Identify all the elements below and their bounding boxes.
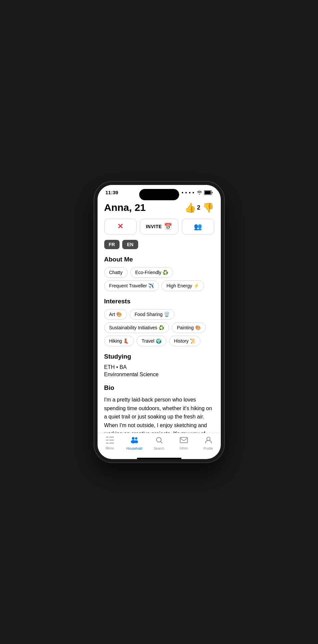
inbox-icon	[180, 437, 188, 445]
close-button[interactable]: ✕	[104, 219, 137, 235]
tag-eco-friendly: Eco-Friendly ♻️	[130, 267, 173, 278]
invite-button[interactable]: INVITE 📅	[140, 219, 178, 235]
status-icons: ● ● ● ●	[181, 190, 213, 195]
bottom-nav: Menu Household	[98, 433, 221, 457]
svg-point-8	[132, 437, 135, 440]
group-button[interactable]: 👥	[182, 219, 214, 235]
about-me-title: About Me	[104, 256, 214, 263]
tag-history: History 📜	[169, 336, 200, 346]
thumbs-down-icon[interactable]: 👎	[202, 202, 214, 213]
tag-food-sharing: Food Sharing 🗑️	[130, 309, 174, 320]
lang-en: EN	[122, 240, 138, 249]
profile-name: Anna, 21	[104, 202, 146, 213]
interests-tags: Art 🎨 Food Sharing 🗑️ Sustainability Ini…	[104, 309, 214, 346]
scroll-content[interactable]: Anna, 21 👍 2 👎 ✕ INVITE 📅	[98, 198, 221, 433]
close-icon: ✕	[117, 222, 123, 231]
calendar-icon: 📅	[164, 223, 172, 231]
svg-point-9	[135, 437, 137, 440]
svg-point-15	[207, 437, 210, 440]
header-actions: 👍 2 👎	[184, 202, 214, 213]
studying-title: Studying	[104, 353, 214, 360]
nav-label-inbox: Inbox	[179, 446, 187, 450]
interests-title: Interests	[104, 298, 214, 305]
tag-painting: Painting 🎨	[172, 322, 205, 333]
wifi-icon	[196, 190, 202, 195]
dynamic-island	[139, 189, 179, 200]
svg-line-13	[160, 442, 162, 443]
invite-label: INVITE	[146, 224, 162, 229]
action-buttons-row: ✕ INVITE 📅 👥	[104, 219, 214, 235]
svg-rect-2	[106, 437, 109, 437]
tag-travel: Travel 🌍	[137, 336, 166, 346]
studying-section: Studying ETH • BA Environmental Science	[104, 353, 214, 378]
lang-fr: FR	[104, 240, 120, 249]
nav-label-household: Household	[127, 447, 143, 450]
household-icon	[130, 436, 139, 446]
bio-title: Bio	[104, 384, 214, 392]
svg-rect-6	[106, 443, 109, 443]
svg-rect-1	[205, 191, 211, 194]
status-time: 11:39	[106, 190, 118, 195]
studying-field: Environmental Science	[104, 372, 214, 378]
profile-icon	[205, 436, 212, 446]
nav-item-menu[interactable]: Menu	[98, 437, 122, 450]
svg-rect-3	[109, 437, 114, 437]
nav-item-inbox[interactable]: Inbox	[171, 437, 196, 450]
svg-rect-5	[109, 440, 114, 440]
nav-label-menu: Menu	[106, 446, 114, 450]
thumbs-up-icon: 👍	[184, 202, 196, 213]
nav-item-search[interactable]: Search	[147, 436, 171, 450]
thumbs-up-container: 👍 2	[184, 202, 200, 213]
studying-institution: ETH • BA	[104, 364, 214, 370]
nav-item-household[interactable]: Household	[122, 436, 147, 450]
group-icon: 👥	[194, 223, 202, 231]
nav-item-profile[interactable]: Profile	[196, 436, 221, 450]
battery-icon	[204, 190, 213, 195]
search-icon	[156, 436, 163, 446]
tag-art: Art 🎨	[104, 309, 127, 320]
interests-section: Interests Art 🎨 Food Sharing 🗑️ Sustaina…	[104, 298, 214, 346]
svg-rect-7	[109, 443, 114, 443]
phone-screen: 11:39 ● ● ● ● Anna,	[98, 185, 221, 459]
language-tags: FR EN	[104, 240, 214, 249]
about-me-tags: Chatty Eco-Friendly ♻️ Frequent Travelle…	[104, 267, 214, 291]
home-indicator	[137, 458, 181, 459]
thumbs-up-count: 2	[197, 204, 200, 211]
bio-section: Bio I'm a pretty laid-back person who lo…	[104, 384, 214, 433]
menu-icon	[106, 437, 114, 445]
tag-high-energy: High Energy ⚡	[161, 280, 204, 291]
bio-text: I'm a pretty laid-back person who loves …	[104, 396, 214, 433]
tag-chatty: Chatty	[104, 267, 128, 278]
svg-point-11	[134, 440, 138, 443]
tag-sustainability: Sustainability Initiatives ♻️	[104, 322, 169, 333]
svg-rect-14	[180, 437, 187, 443]
about-me-section: About Me Chatty Eco-Friendly ♻️ Frequent…	[104, 256, 214, 291]
nav-label-profile: Profile	[203, 447, 213, 450]
tag-hiking: Hiking 👢	[104, 336, 134, 346]
phone-frame: 11:39 ● ● ● ● Anna,	[94, 182, 224, 462]
profile-header: Anna, 21 👍 2 👎	[104, 198, 214, 219]
signal-icon: ● ● ● ●	[181, 191, 195, 194]
tag-frequent-traveller: Frequent Traveller ✈️	[104, 280, 159, 291]
nav-label-search: Search	[154, 447, 164, 450]
svg-rect-4	[106, 440, 109, 440]
